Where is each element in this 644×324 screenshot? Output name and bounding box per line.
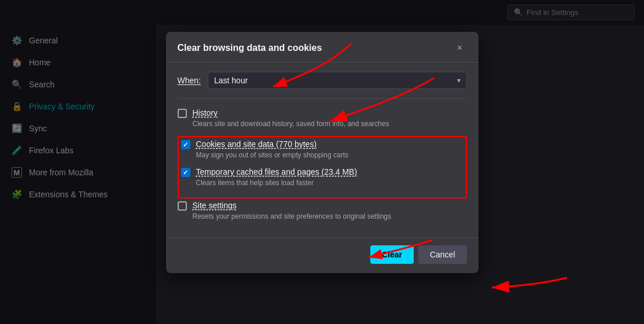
cookies-desc-modal: May sign you out of sites or empty shopp… <box>181 151 463 159</box>
site-settings-option-row: Site settings <box>178 201 467 211</box>
cache-label: Temporary cached files and pages (23.4 M… <box>196 167 358 176</box>
modal-footer: Clear Cancel <box>166 238 479 273</box>
modal-close-button[interactable]: × <box>453 41 467 55</box>
clear-browsing-modal: Clear browsing data and cookies × When: … <box>166 32 479 273</box>
cache-option-row: Temporary cached files and pages (23.4 M… <box>181 167 463 177</box>
history-option: History Clears site and download history… <box>178 108 467 128</box>
highlight-box: Cookies and site data (770 bytes) May si… <box>178 136 467 198</box>
when-value: Last hour <box>214 76 248 85</box>
site-settings-desc: Resets your permissions and site prefere… <box>178 212 467 220</box>
history-label: History <box>193 108 218 117</box>
site-settings-checkbox[interactable] <box>178 201 187 211</box>
cache-desc: Clears items that help sites load faster <box>181 179 463 187</box>
site-settings-label: Site settings <box>193 201 237 210</box>
modal-body: When: Last hour ▾ History Clears site an… <box>166 62 479 238</box>
cancel-button[interactable]: Cancel <box>418 245 467 264</box>
cache-checkbox[interactable] <box>181 168 190 177</box>
when-select[interactable]: Last hour ▾ <box>208 72 467 89</box>
chevron-down-icon: ▾ <box>457 76 461 84</box>
when-label: When: <box>178 76 201 85</box>
cookies-option: Cookies and site data (770 bytes) May si… <box>181 139 463 159</box>
history-desc: Clears site and download history, saved … <box>178 120 467 128</box>
cookies-checkbox[interactable] <box>181 140 190 149</box>
cache-option: Temporary cached files and pages (23.4 M… <box>181 167 463 187</box>
site-settings-option: Site settings Resets your permissions an… <box>178 201 467 220</box>
cookies-label: Cookies and site data (770 bytes) <box>196 139 317 149</box>
clear-button[interactable]: Clear <box>370 245 414 264</box>
when-row: When: Last hour ▾ <box>178 72 467 99</box>
modal-header: Clear browsing data and cookies × <box>166 32 479 62</box>
history-checkbox[interactable] <box>178 109 187 118</box>
history-option-row: History <box>178 108 467 118</box>
modal-title: Clear browsing data and cookies <box>178 43 322 53</box>
modal-backdrop: Clear browsing data and cookies × When: … <box>0 0 644 324</box>
cookies-option-row: Cookies and site data (770 bytes) <box>181 139 463 149</box>
